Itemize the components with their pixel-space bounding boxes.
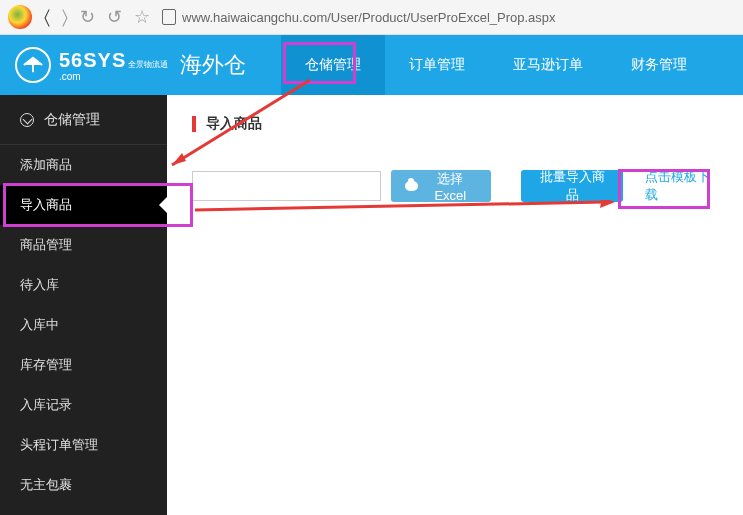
sidebar-item-pending[interactable]: 待入库 [0, 265, 167, 305]
url-text: www.haiwaicangchu.com/User/Product/UserP… [182, 10, 556, 25]
cloud-icon [405, 181, 418, 191]
sidebar: 仓储管理 添加商品 导入商品 商品管理 待入库 入库中 库存管理 入库记录 头程… [0, 95, 167, 515]
nav-finance[interactable]: 财务管理 [607, 35, 711, 95]
browser-toolbar: 〈 〉 ↻ ↺ ☆ www.haiwaicangchu.com/User/Pro… [0, 0, 743, 35]
batch-import-button[interactable]: 批量导入商品 [521, 170, 622, 202]
forward-button[interactable]: 〉 [62, 7, 68, 28]
download-template-link[interactable]: 点击模板下载 [645, 168, 718, 204]
nav-amazon[interactable]: 亚马逊订单 [489, 35, 607, 95]
page-title: 导入商品 [206, 115, 262, 133]
file-path-input[interactable] [192, 171, 381, 201]
logo-main-text: 56SYS [59, 49, 126, 71]
nav-items: 仓储管理 订单管理 亚马逊订单 财务管理 [281, 35, 743, 95]
home-button[interactable]: ↺ [107, 6, 122, 28]
nav-orders[interactable]: 订单管理 [385, 35, 489, 95]
logo-icon [15, 47, 51, 83]
sidebar-item-import[interactable]: 导入商品 [0, 185, 167, 225]
favorite-button[interactable]: ☆ [134, 6, 150, 28]
top-navigation: 56SYS 全景物流通 .com 海外仓 仓储管理 订单管理 亚马逊订单 财务管… [0, 35, 743, 95]
sidebar-item-stock[interactable]: 库存管理 [0, 345, 167, 385]
sidebar-item-inbound[interactable]: 入库中 [0, 305, 167, 345]
sidebar-header-text: 仓储管理 [44, 111, 100, 129]
breadcrumb: 导入商品 [192, 115, 718, 133]
back-button[interactable]: 〈 [44, 7, 50, 28]
logo-domain: .com [59, 71, 168, 82]
select-btn-label: 选择Excel [423, 170, 477, 203]
logo-cn-text: 海外仓 [180, 50, 246, 80]
page-icon [162, 9, 176, 25]
check-circle-icon [20, 113, 34, 127]
main-content: 导入商品 选择Excel 批量导入商品 点击模板下载 [167, 95, 743, 515]
logo-sub-text: 全景物流通 [128, 61, 168, 70]
sidebar-item-manage[interactable]: 商品管理 [0, 225, 167, 265]
reload-button[interactable]: ↻ [80, 6, 95, 28]
sidebar-header: 仓储管理 [0, 95, 167, 145]
sidebar-item-add[interactable]: 添加商品 [0, 145, 167, 185]
import-form: 选择Excel 批量导入商品 点击模板下载 [192, 168, 718, 204]
sidebar-item-records[interactable]: 入库记录 [0, 385, 167, 425]
sidebar-item-unclaimed[interactable]: 无主包裹 [0, 465, 167, 505]
site-logo[interactable]: 56SYS 全景物流通 .com 海外仓 [0, 47, 261, 83]
select-excel-button[interactable]: 选择Excel [391, 170, 491, 202]
browser-logo-icon [8, 5, 32, 29]
address-bar[interactable]: www.haiwaicangchu.com/User/Product/UserP… [162, 9, 735, 25]
sidebar-item-firstleg[interactable]: 头程订单管理 [0, 425, 167, 465]
crumb-indicator [192, 116, 196, 132]
nav-warehouse[interactable]: 仓储管理 [281, 35, 385, 95]
